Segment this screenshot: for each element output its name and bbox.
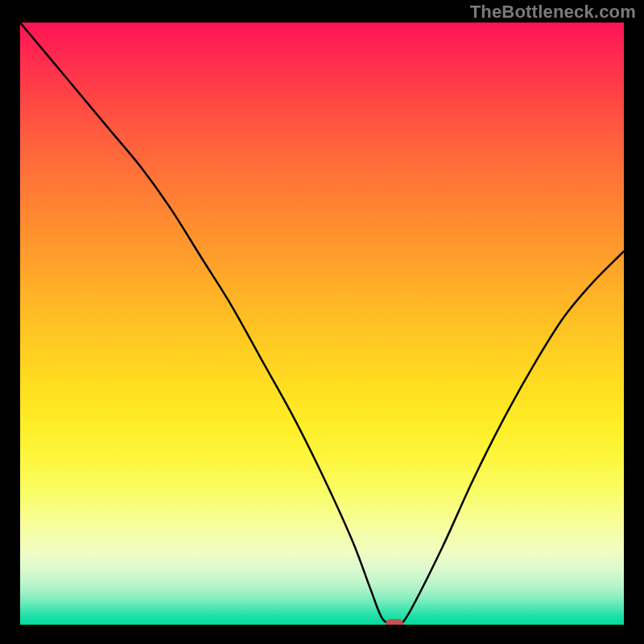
optimal-marker bbox=[386, 619, 403, 625]
watermark-text: TheBottleneck.com bbox=[470, 2, 636, 23]
curve-svg bbox=[20, 23, 624, 625]
plot-area bbox=[20, 23, 624, 625]
chart-frame: TheBottleneck.com bbox=[0, 0, 644, 644]
bottleneck-curve bbox=[20, 23, 624, 625]
